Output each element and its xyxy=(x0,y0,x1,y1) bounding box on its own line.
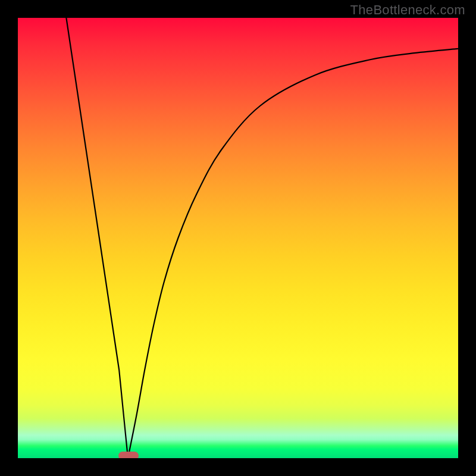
optimal-point-marker xyxy=(118,452,139,458)
bottleneck-curve xyxy=(18,18,458,458)
watermark-text: TheBottleneck.com xyxy=(350,2,465,18)
chart-frame: TheBottleneck.com xyxy=(0,0,476,476)
plot-area xyxy=(18,18,458,458)
